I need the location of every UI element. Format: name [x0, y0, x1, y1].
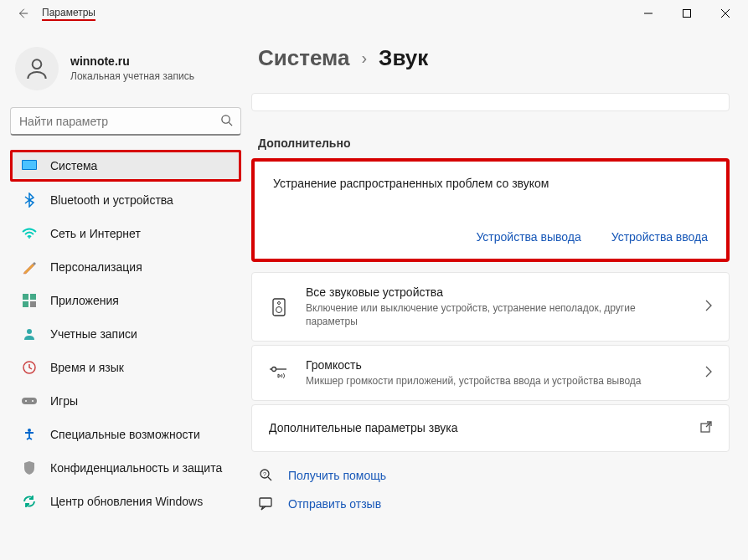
network-icon: [22, 226, 37, 241]
breadcrumb-parent[interactable]: Система: [258, 45, 349, 71]
svg-rect-1: [684, 10, 691, 18]
sidebar-item-accounts[interactable]: Учетные записи: [10, 319, 241, 349]
input-devices-button[interactable]: Устройства ввода: [611, 230, 708, 244]
sidebar-item-label: Персонализация: [50, 260, 142, 274]
speaker-icon: [269, 297, 289, 317]
sidebar-item-network[interactable]: Сеть и Интернет: [10, 218, 241, 249]
breadcrumb-current: Звук: [379, 45, 428, 71]
chevron-right-icon: ›: [361, 49, 367, 68]
help-link-text: Отправить отзыв: [288, 497, 381, 511]
volume-card[interactable]: Громкость Микшер громкости приложений, у…: [251, 345, 730, 400]
sidebar-item-label: Bluetooth и устройства: [50, 193, 173, 207]
apps-icon: [22, 293, 37, 308]
more-sound-card[interactable]: Дополнительные параметры звука: [251, 404, 730, 453]
feedback-icon: [258, 496, 275, 512]
card-title: Все звуковые устройства: [306, 285, 689, 301]
svg-rect-8: [23, 161, 36, 169]
window-title: Параметры: [42, 7, 95, 21]
sidebar-item-label: Время и язык: [50, 361, 124, 374]
back-button[interactable]: [13, 4, 32, 23]
svg-point-23: [272, 367, 276, 372]
accounts-icon: [22, 326, 37, 342]
personalization-icon: [22, 259, 37, 275]
svg-point-14: [27, 329, 32, 334]
svg-point-17: [25, 400, 27, 402]
gaming-icon: [22, 393, 37, 408]
output-devices-button[interactable]: Устройства вывода: [476, 230, 580, 244]
card-subtitle: Микшер громкости приложений, устройства …: [306, 374, 689, 388]
sidebar-item-label: Учетные записи: [50, 327, 137, 341]
sidebar-item-label: Специальные возможности: [50, 428, 200, 441]
close-button[interactable]: [706, 0, 745, 27]
sidebar-item-label: Конфиденциальность и защита: [50, 461, 222, 475]
sidebar-item-time[interactable]: Время и язык: [10, 352, 241, 383]
update-icon: [22, 494, 37, 509]
time-icon: [22, 360, 37, 375]
privacy-icon: [22, 460, 37, 475]
svg-rect-13: [30, 301, 36, 307]
svg-rect-16: [22, 398, 37, 404]
svg-point-21: [278, 301, 281, 304]
titlebar: Параметры: [0, 0, 748, 27]
card-title: Громкость: [306, 357, 689, 374]
sidebar-item-label: Система: [50, 159, 97, 172]
sidebar-item-privacy[interactable]: Конфиденциальность и защита: [10, 453, 241, 483]
maximize-button[interactable]: [668, 0, 706, 27]
card-title: Дополнительные параметры звука: [269, 420, 684, 437]
svg-text:?: ?: [263, 471, 266, 477]
sidebar-item-label: Центр обновления Windows: [50, 495, 203, 508]
svg-line-28: [268, 477, 271, 480]
volume-icon: [269, 362, 289, 383]
all-devices-card[interactable]: Все звуковые устройства Включение или вы…: [251, 272, 730, 342]
accessibility-icon: [22, 427, 37, 442]
search-icon: [220, 114, 233, 129]
sidebar-item-label: Сеть и Интернет: [50, 227, 141, 240]
svg-rect-30: [260, 498, 271, 506]
sidebar-item-apps[interactable]: Приложения: [10, 285, 241, 316]
external-link-icon: [700, 421, 712, 435]
sidebar-item-accessibility[interactable]: Специальные возможности: [10, 419, 241, 450]
feedback-link[interactable]: Отправить отзыв: [258, 496, 730, 512]
sidebar-item-update[interactable]: Центр обновления Windows: [10, 486, 241, 516]
user-name: winnote.ru: [70, 54, 194, 69]
chevron-right-icon: [705, 300, 712, 314]
breadcrumb: Система › Звук: [251, 45, 730, 71]
avatar: [15, 47, 59, 90]
sidebar-item-gaming[interactable]: Игры: [10, 386, 241, 416]
search-input[interactable]: [10, 107, 241, 136]
sidebar: winnote.ru Локальная учетная запись Сист…: [0, 27, 251, 560]
troubleshoot-card: Устранение распространенных проблем со з…: [251, 158, 730, 262]
svg-point-19: [28, 429, 31, 432]
svg-rect-11: [30, 294, 36, 300]
user-subtitle: Локальная учетная запись: [70, 69, 194, 83]
system-icon: [22, 158, 37, 173]
sidebar-item-label: Игры: [50, 394, 78, 408]
collapsed-row[interactable]: [251, 93, 730, 111]
svg-rect-10: [23, 294, 28, 300]
sidebar-item-bluetooth[interactable]: Bluetooth и устройства: [10, 185, 241, 215]
svg-point-9: [28, 237, 30, 239]
user-block[interactable]: winnote.ru Локальная учетная запись: [5, 37, 246, 105]
troubleshoot-title: Устранение распространенных проблем со з…: [273, 177, 708, 190]
svg-point-22: [276, 306, 282, 312]
sidebar-item-label: Приложения: [50, 294, 119, 307]
svg-point-4: [33, 59, 42, 69]
chevron-right-icon: [705, 366, 712, 380]
card-subtitle: Включение или выключение устройств, устр…: [306, 301, 689, 330]
get-help-link[interactable]: ? Получить помощь: [258, 467, 730, 484]
sidebar-item-personalization[interactable]: Персонализация: [10, 252, 241, 282]
svg-line-6: [229, 122, 232, 126]
minimize-button[interactable]: [629, 0, 668, 27]
svg-rect-12: [23, 301, 28, 307]
bluetooth-icon: [22, 193, 37, 208]
sidebar-item-system[interactable]: Система: [10, 150, 241, 182]
help-icon: ?: [258, 467, 275, 484]
svg-point-18: [32, 400, 34, 402]
svg-point-5: [222, 116, 230, 123]
main-content: Система › Звук Дополнительно Устранение …: [251, 27, 748, 560]
section-label-additional: Дополнительно: [258, 136, 730, 150]
help-link-text: Получить помощь: [288, 469, 386, 482]
